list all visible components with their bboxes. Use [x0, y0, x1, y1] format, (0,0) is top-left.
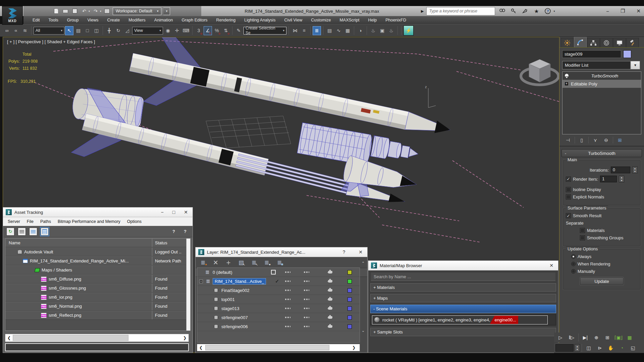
menu-graph-editors[interactable]: Graph Editors: [177, 16, 212, 24]
layer-close-button[interactable]: ✕: [359, 249, 363, 255]
layer-color-swatch[interactable]: [347, 270, 352, 275]
freeze-toggle[interactable]: [304, 272, 309, 273]
rendered-frame-icon[interactable]: ▣: [378, 26, 386, 35]
layer-color-swatch[interactable]: [347, 288, 352, 293]
create-new-layer-icon[interactable]: ≣●: [199, 258, 207, 266]
menu-lighting-analysis[interactable]: Lighting Analysis: [240, 16, 280, 24]
help-globe-icon[interactable]: ?: [170, 228, 178, 236]
layer-horizontal-scrollbar[interactable]: ❮ ❯: [197, 344, 360, 351]
pin-stack-icon[interactable]: ⊣: [563, 136, 573, 144]
material-browser-close-button[interactable]: ✕: [549, 263, 553, 268]
angle-snap-icon[interactable]: ∠: [204, 26, 212, 35]
scroll-right-icon[interactable]: ❯: [181, 334, 189, 342]
layer-color-swatch[interactable]: [347, 315, 352, 320]
time-configuration-icon[interactable]: ◫: [584, 344, 594, 352]
new-file-icon[interactable]: [52, 7, 60, 15]
scroll-right-icon[interactable]: ❯: [350, 344, 358, 351]
tab-modify[interactable]: [574, 37, 587, 47]
menu-views[interactable]: Views: [83, 16, 103, 24]
hide-toggle[interactable]: [285, 290, 290, 291]
layer-color-swatch[interactable]: [347, 324, 352, 329]
render-toggle-teapot-icon[interactable]: [328, 280, 332, 283]
material-editor-icon[interactable]: ◑: [356, 26, 365, 35]
freeze-toggle[interactable]: [304, 290, 309, 291]
asset-tracking-titlebar[interactable]: Asset Tracking − □ ✕: [3, 207, 193, 217]
object-color-swatch[interactable]: [623, 50, 631, 58]
table-row[interactable]: PNGsm6_Glossnes.png Found: [5, 284, 189, 293]
add-to-layer-icon[interactable]: ＋: [224, 258, 232, 266]
layer-row[interactable]: strfengine007: [197, 313, 360, 322]
scene-materials-section-header[interactable]: - Scene Materials: [370, 305, 556, 313]
hide-toggle[interactable]: [285, 317, 290, 318]
hide-toggle[interactable]: [285, 281, 290, 282]
layer-color-swatch[interactable]: [347, 279, 352, 284]
snaps-toggle-icon[interactable]: 3: [195, 26, 203, 35]
freeze-toggle[interactable]: [304, 299, 309, 300]
menu-help[interactable]: Help: [364, 16, 381, 24]
minimize-button[interactable]: −: [606, 8, 609, 14]
redo-dropdown-icon[interactable]: ▾: [100, 10, 101, 13]
redo-icon[interactable]: ↷: [92, 7, 99, 15]
layer-color-swatch[interactable]: [347, 297, 352, 302]
tab-motion[interactable]: [600, 38, 613, 47]
communication-center-icon[interactable]: [521, 7, 529, 15]
table-row[interactable]: Maps / Shaders: [5, 265, 189, 275]
field-of-view-icon[interactable]: ⊳: [595, 344, 605, 352]
mirror-icon[interactable]: ⋈: [291, 26, 299, 35]
rectangular-selection-icon[interactable]: □: [83, 26, 92, 35]
table-view-icon[interactable]: [41, 228, 49, 236]
render-toggle-teapot-icon[interactable]: [328, 307, 332, 310]
help-icon[interactable]: ?: [543, 7, 552, 15]
select-manipulate-icon[interactable]: ✛: [173, 26, 181, 35]
hide-toggle[interactable]: [285, 308, 290, 309]
hide-toggle[interactable]: [285, 272, 290, 273]
corona-toolbar-icon[interactable]: ⚡: [404, 25, 414, 36]
update-always-radio[interactable]: [571, 254, 576, 259]
hide-toggle[interactable]: [285, 299, 290, 300]
schematic-view-icon[interactable]: ▦: [343, 26, 352, 35]
select-objects-in-layer-icon[interactable]: ▧↖: [237, 258, 245, 266]
material-browser-titlebar[interactable]: Material/Map Browser ✕: [368, 261, 558, 270]
play-stepped-icon[interactable]: ‖▷: [567, 333, 577, 342]
orbit-icon[interactable]: ◔: [617, 344, 627, 352]
missile-nose-cone[interactable]: [339, 155, 420, 208]
highlight-layer-icon[interactable]: ≣●: [263, 258, 271, 266]
sign-in-key-icon[interactable]: [509, 7, 518, 15]
layer-row[interactable]: top001: [197, 295, 360, 304]
list-view-icon[interactable]: [18, 228, 26, 236]
layer-manager-button[interactable]: ≣: [313, 26, 321, 35]
percent-snap-icon[interactable]: %: [213, 26, 221, 35]
zoom-extents-icon[interactable]: ⌈▣⌋: [613, 333, 624, 342]
scroll-left-icon[interactable]: ❮: [197, 344, 205, 351]
render-toggle-teapot-icon[interactable]: [328, 298, 332, 301]
smoothing-groups-checkbox[interactable]: [580, 235, 585, 240]
freeze-toggle[interactable]: [304, 308, 309, 309]
at-menu-paths[interactable]: Paths: [37, 219, 54, 224]
remove-modifier-icon[interactable]: ⊖: [601, 136, 611, 144]
save-file-icon[interactable]: [71, 7, 78, 15]
select-and-link-icon[interactable]: ∞: [3, 26, 11, 35]
layer-scroll-up-icon[interactable]: ⌃: [360, 259, 366, 267]
layer-scroll-down-icon[interactable]: ⌄: [360, 327, 366, 334]
menu-create[interactable]: Create: [103, 16, 124, 24]
curve-editor-icon[interactable]: ∿: [334, 26, 343, 35]
frame-spinner-arrows[interactable]: ▲▼: [575, 344, 580, 352]
table-row[interactable]: PNGsm6_Diffuse.png Found: [5, 275, 189, 284]
configure-modifier-sets-icon[interactable]: ⊞: [615, 136, 625, 144]
undo-icon[interactable]: ↶: [80, 7, 88, 15]
freeze-toggle[interactable]: [304, 317, 309, 318]
object-name-field[interactable]: [562, 50, 621, 58]
stack-item-editable-poly[interactable]: + Editable Poly: [562, 80, 641, 88]
open-file-icon[interactable]: [62, 7, 69, 15]
play-animation-icon[interactable]: ▷: [555, 333, 566, 342]
layer-row[interactable]: FinalStage002: [197, 286, 360, 295]
iterations-field[interactable]: 0: [611, 167, 630, 173]
at-menu-file[interactable]: File: [23, 219, 37, 224]
layer-dialog-titlebar[interactable]: Layer: RIM_174_Standard_Extended_Range_A…: [196, 247, 367, 257]
help-dropdown-icon[interactable]: ▾: [553, 10, 555, 13]
material-search-input[interactable]: Search by Name ...: [371, 273, 555, 281]
collapse-layer-icon[interactable]: −: [199, 280, 203, 283]
asset-horizontal-scrollbar[interactable]: ❮ ❯: [5, 334, 189, 342]
details-view-icon[interactable]: [29, 228, 37, 236]
edit-named-selections-icon[interactable]: ✎: [234, 26, 243, 35]
